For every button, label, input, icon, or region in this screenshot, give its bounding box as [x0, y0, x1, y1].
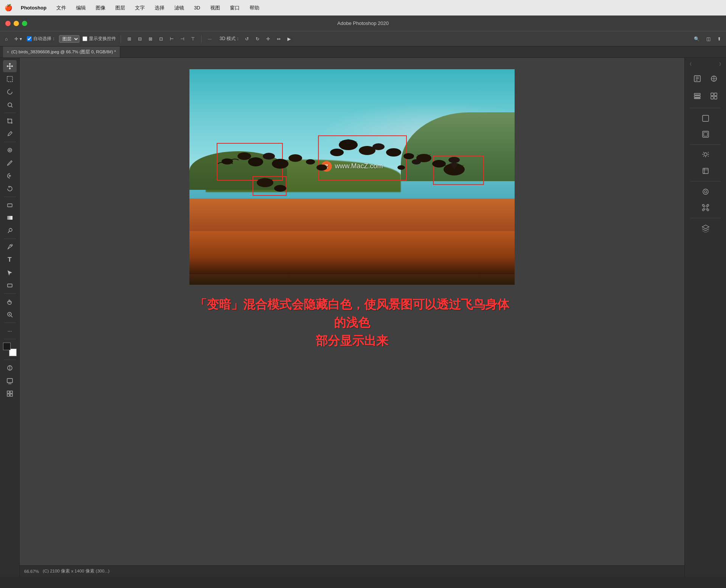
transform-panel-button[interactable]: [698, 200, 713, 215]
collapse-left-button[interactable]: 《: [686, 61, 693, 68]
color-swatches[interactable]: [3, 343, 17, 356]
menu-item-help[interactable]: 帮助: [248, 4, 261, 12]
collapse-right-button[interactable]: 》: [718, 61, 724, 68]
align-left-button[interactable]: ⊞: [126, 36, 133, 42]
color-panel-button[interactable]: [707, 71, 721, 86]
menu-item-filter[interactable]: 滤镜: [173, 4, 186, 12]
align-center-v-button[interactable]: ⊢: [168, 36, 175, 42]
menu-item-select[interactable]: 选择: [153, 4, 166, 12]
menu-item-3d[interactable]: 3D: [192, 4, 202, 11]
foreground-color-swatch[interactable]: [3, 343, 11, 350]
brush-tool-button[interactable]: [3, 157, 17, 169]
separator-2: [201, 35, 202, 43]
svg-rect-48: [704, 132, 707, 136]
canvas-area[interactable]: Z www.MacZ.com: [20, 58, 684, 577]
eyedropper-tool-button[interactable]: [3, 128, 17, 140]
quick-select-tool-button[interactable]: [3, 99, 17, 111]
more-tools-button[interactable]: ···: [3, 325, 17, 337]
close-window-button[interactable]: [5, 21, 11, 26]
home-button[interactable]: ⌂: [3, 36, 9, 42]
align-top-button[interactable]: ⊡: [157, 36, 165, 42]
separator-1: [121, 35, 121, 43]
text-tool-button[interactable]: T: [3, 254, 17, 266]
layer-select[interactable]: 图层: [59, 35, 79, 43]
adjustment-panel-button[interactable]: [698, 111, 713, 126]
layers-panel-icon-button[interactable]: [690, 89, 704, 103]
3d-pan-button[interactable]: ✛: [264, 36, 272, 42]
tab-title: (C) birds_38396608.jpeg @ 66.7% (图层 0, R…: [11, 49, 116, 55]
screen-mode-button[interactable]: [3, 375, 17, 387]
apple-icon[interactable]: 🍎: [5, 4, 12, 12]
menu-item-image[interactable]: 图像: [94, 4, 107, 12]
lasso-tool-button[interactable]: [3, 86, 17, 98]
dodge-tool-button[interactable]: [3, 225, 17, 237]
svg-point-51: [703, 189, 708, 194]
main-layout: T ···: [0, 58, 726, 577]
tool-separator-7: [4, 339, 16, 339]
auto-select-checkbox[interactable]: [27, 36, 32, 41]
svg-rect-45: [714, 96, 717, 99]
more-options-button[interactable]: ···: [206, 36, 214, 42]
menu-item-file[interactable]: 文件: [55, 4, 68, 12]
path-select-tool-button[interactable]: [3, 267, 17, 279]
move-options-button[interactable]: ✛ ▾: [12, 36, 23, 42]
menu-item-layer[interactable]: 图层: [114, 4, 127, 12]
grid-view-button[interactable]: [707, 89, 721, 103]
crop-tool-button[interactable]: [3, 115, 17, 127]
heal-tool-button[interactable]: [3, 144, 17, 156]
search-button[interactable]: 🔍: [692, 36, 701, 42]
frame-panel-button[interactable]: [698, 127, 713, 141]
auto-select-label[interactable]: 自动选择：: [27, 36, 56, 42]
panel-row-1: [690, 71, 721, 86]
gradient-tool-button[interactable]: [3, 212, 17, 224]
light-panel-button[interactable]: [698, 148, 713, 162]
workspace-button[interactable]: ◫: [704, 36, 712, 42]
layers-stack-button[interactable]: [698, 221, 713, 236]
tool-separator-2: [4, 142, 16, 142]
tool-separator-3: [4, 197, 16, 197]
pen-tool-button[interactable]: [3, 241, 17, 253]
3d-slide-button[interactable]: ⇔: [275, 36, 282, 42]
panel-separator-3: [690, 181, 721, 182]
window-title: Adobe Photoshop 2020: [337, 20, 389, 26]
history-tool-button[interactable]: [3, 183, 17, 195]
show-transform-label[interactable]: 显示变换控件: [82, 36, 116, 42]
more-align-button[interactable]: ⊤: [189, 36, 197, 42]
move-tool-button[interactable]: [3, 60, 17, 72]
grid-button[interactable]: [3, 388, 17, 400]
maximize-window-button[interactable]: [22, 21, 27, 26]
tool-separator-6: [4, 323, 16, 323]
audio-panel-button[interactable]: [698, 185, 713, 199]
align-right-button[interactable]: ⊠: [147, 36, 154, 42]
detection-box-2: [253, 176, 287, 196]
menu-item-view[interactable]: 视图: [209, 4, 222, 12]
show-transform-checkbox[interactable]: [82, 36, 87, 41]
properties-panel-button[interactable]: [690, 71, 704, 86]
menu-item-edit[interactable]: 编辑: [74, 4, 87, 12]
quick-mask-button[interactable]: [3, 362, 17, 374]
svg-rect-13: [7, 394, 9, 396]
clone-tool-button[interactable]: [3, 170, 17, 182]
menu-bar: 🍎 Photoshop 文件 编辑 图像 图层 文字 选择 滤镜 3D 视图 窗…: [0, 0, 726, 16]
marquee-tool-button[interactable]: [3, 73, 17, 85]
align-bottom-button[interactable]: ⊣: [178, 36, 186, 42]
zoom-tool-button[interactable]: [3, 309, 17, 321]
detection-box-1: [217, 143, 283, 181]
menu-item-text[interactable]: 文字: [133, 4, 146, 12]
eraser-tool-button[interactable]: [3, 199, 17, 211]
3d-roll-button[interactable]: ↻: [254, 36, 261, 42]
share-button[interactable]: ⬆: [715, 36, 723, 42]
panel-separator-4: [690, 218, 721, 218]
traffic-lights: [5, 21, 27, 26]
document-tab[interactable]: × (C) birds_38396608.jpeg @ 66.7% (图层 0,…: [3, 47, 120, 57]
tab-close-icon[interactable]: ×: [7, 50, 9, 54]
align-center-h-button[interactable]: ⊟: [136, 36, 144, 42]
artboard-panel-button[interactable]: [698, 164, 713, 178]
minimize-window-button[interactable]: [14, 21, 19, 26]
menu-item-window[interactable]: 窗口: [228, 4, 241, 12]
3d-scale-button[interactable]: ▶: [285, 36, 293, 42]
shape-tool-button[interactable]: [3, 279, 17, 292]
3d-rotate-button[interactable]: ↺: [243, 36, 251, 42]
hand-tool-button[interactable]: [3, 296, 17, 308]
svg-point-49: [704, 153, 707, 156]
